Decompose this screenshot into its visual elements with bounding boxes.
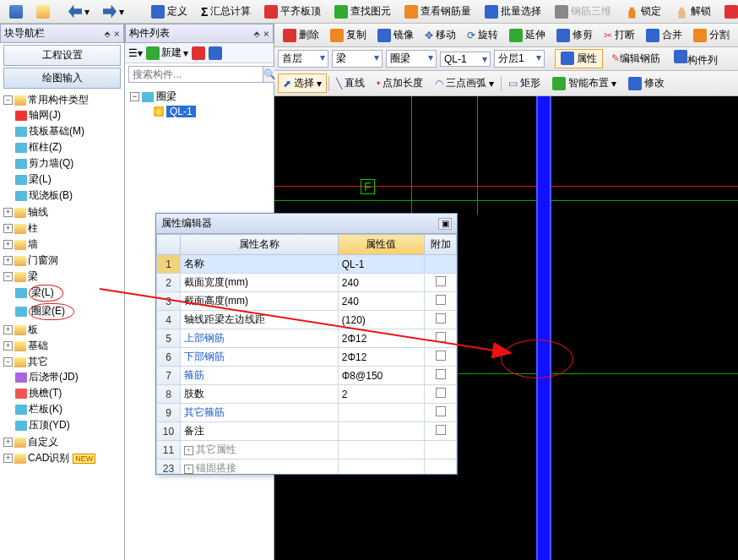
tree-item-canopy[interactable]: 挑檐(T) [15, 386, 122, 400]
search-input[interactable] [128, 66, 263, 83]
prop-name-cell[interactable]: 其它箍筋 [181, 404, 339, 422]
tree-item-beam[interactable]: 梁(L) [15, 172, 122, 187]
tree-group-wall[interactable]: +墙 [3, 237, 122, 252]
property-row[interactable]: 10备注 [157, 422, 457, 441]
checkbox[interactable] [436, 425, 446, 435]
tree-root-common[interactable]: −常用构件类型 [3, 93, 122, 107]
tree-group-door[interactable]: +门窗洞 [3, 253, 122, 268]
prop-add-cell[interactable] [425, 459, 457, 475]
property-row[interactable]: 3截面高度(mm)240 [157, 292, 457, 311]
prop-add-cell[interactable] [425, 441, 457, 459]
merge-button[interactable]: 合并 [641, 25, 687, 45]
align-top-button[interactable]: 平齐板顶 [258, 2, 327, 21]
prop-value-cell[interactable]: 2Φ12 [338, 348, 424, 367]
prop-name-cell[interactable]: 下部钢筋 [181, 348, 339, 367]
move-button[interactable]: ✥移动 [420, 25, 461, 45]
tree-group-slab[interactable]: +板 [3, 323, 122, 337]
prop-add-cell[interactable] [425, 385, 457, 404]
tree-group-other[interactable]: −其它 [3, 355, 122, 369]
modify-tool[interactable]: 修改 [623, 73, 670, 93]
prop-name-cell[interactable]: 上部钢筋 [181, 329, 339, 348]
tree-group-found[interactable]: +基础 [3, 339, 122, 353]
smart-layout-tool[interactable]: 智能布置 ▾ [547, 73, 621, 93]
define-button[interactable]: 定义 [145, 2, 193, 21]
point-length-tool[interactable]: •点加长度 [372, 73, 428, 93]
checkbox[interactable] [436, 388, 446, 398]
attributes-button[interactable]: 属性 [555, 49, 603, 68]
prop-value-cell[interactable] [338, 459, 424, 475]
property-row[interactable]: 8肢数2 [157, 385, 457, 404]
prop-add-cell[interactable] [425, 311, 457, 329]
property-row[interactable]: 4轴线距梁左边线距(120) [157, 311, 457, 329]
mirror-button[interactable]: 镜像 [372, 25, 419, 45]
tree-group-beam[interactable]: −梁 [3, 269, 122, 284]
comp-list-button[interactable]: 构件列 [669, 47, 723, 70]
prop-name-cell[interactable]: 箍筋 [181, 367, 339, 385]
tree-group-col[interactable]: +柱 [3, 221, 122, 236]
beam-element[interactable] [536, 96, 551, 560]
tree-item-axis-net[interactable]: 轴网(J) [15, 108, 122, 122]
arc-tool[interactable]: ◠三点画弧 ▾ [430, 73, 499, 93]
open-button[interactable] [30, 3, 56, 21]
property-row[interactable]: 1名称QL-1 [157, 255, 457, 274]
property-row[interactable]: 23+锚固搭接 [157, 459, 457, 475]
tree-item-post-strip[interactable]: 后浇带(JD) [15, 370, 122, 384]
copy-button[interactable]: 复制 [325, 25, 372, 45]
view-drawing-button[interactable]: 查找图元 [328, 2, 397, 21]
checkbox[interactable] [436, 313, 446, 323]
prop-add-cell[interactable] [425, 274, 457, 292]
pin-icon[interactable]: ⬘ [105, 28, 111, 40]
unlock-button[interactable]: 解锁 [669, 2, 717, 21]
prop-add-cell[interactable] [425, 329, 457, 348]
prop-name-cell[interactable]: 备注 [181, 422, 339, 441]
tree-item-railing[interactable]: 栏板(K) [15, 402, 122, 416]
prop-value-cell[interactable]: 2 [338, 385, 424, 404]
new-component-button[interactable]: 新建 ▾ [146, 46, 188, 60]
prop-value-cell[interactable] [338, 422, 424, 441]
prop-add-cell[interactable] [425, 292, 457, 311]
delete-component-button[interactable] [192, 46, 205, 60]
line-tool[interactable]: ╲直线 [331, 73, 370, 93]
split-button[interactable]: 分割 [688, 25, 735, 45]
undo-button[interactable]: ▾ [62, 3, 95, 21]
close-icon[interactable]: × [114, 28, 120, 40]
rebar-3d-button[interactable]: 钢筋三维 [549, 2, 617, 21]
tree-item-coping[interactable]: 压顶(YD) [15, 418, 122, 432]
property-row[interactable]: 5上部钢筋2Φ12 [157, 329, 457, 348]
batch-select-button[interactable]: 批量选择 [479, 2, 547, 21]
prop-add-cell[interactable] [425, 348, 457, 367]
delete-button[interactable]: 删除 [278, 25, 324, 45]
prop-value-cell[interactable]: (120) [338, 311, 424, 329]
tree-group-cad[interactable]: +CAD识别NEW [3, 451, 122, 465]
prop-name-cell[interactable]: +锚固搭接 [181, 459, 339, 475]
tree-item-shear-wall[interactable]: 剪力墙(Q) [15, 156, 122, 171]
prop-value-cell[interactable]: Φ8@150 [338, 367, 424, 385]
checkbox[interactable] [436, 351, 446, 361]
prop-value-cell[interactable] [338, 404, 424, 422]
prop-name-cell[interactable]: 截面高度(mm) [181, 292, 339, 311]
batch-delete-button[interactable]: 批量删除未使用 [719, 2, 738, 21]
sum-button[interactable]: Σ汇总计算 [195, 2, 257, 21]
tree-item-cast-slab[interactable]: 现浇板(B) [15, 188, 122, 203]
prop-name-cell[interactable]: 轴线距梁左边线距 [181, 311, 339, 329]
rotate-button[interactable]: ⟳旋转 [462, 25, 503, 45]
edit-rebar-button[interactable]: ✎编辑钢筋 [606, 49, 665, 68]
lock-button[interactable]: 锁定 [619, 2, 667, 21]
view-rebar-button[interactable]: 查看钢筋量 [399, 2, 477, 21]
checkbox[interactable] [436, 276, 446, 286]
prop-name-cell[interactable]: 截面宽度(mm) [181, 274, 339, 292]
property-row[interactable]: 7箍筋Φ8@150 [157, 367, 457, 385]
select-tool[interactable]: ⬈选择 ▾ [278, 73, 327, 93]
prop-add-cell[interactable] [425, 367, 457, 385]
property-row[interactable]: 9其它箍筋 [157, 404, 457, 422]
property-row[interactable]: 11+其它属性 [157, 441, 457, 459]
prop-value-cell[interactable] [338, 441, 424, 459]
checkbox[interactable] [436, 406, 446, 416]
prop-name-cell[interactable]: +其它属性 [181, 441, 339, 459]
tree-item-frame-col[interactable]: 框柱(Z) [15, 140, 122, 155]
project-settings-tab[interactable]: 工程设置 [3, 45, 121, 66]
pin-icon[interactable]: ⬘ [254, 28, 260, 40]
prop-value-cell[interactable]: 240 [338, 292, 424, 311]
prop-add-cell[interactable] [425, 422, 457, 441]
tree-item-ring-beam[interactable]: 圈梁(E) [15, 303, 122, 320]
